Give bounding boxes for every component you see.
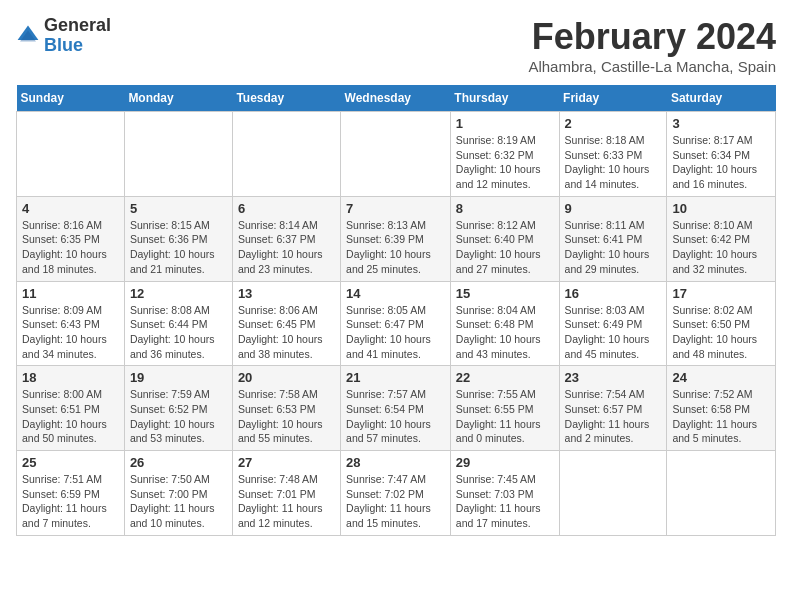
day-number: 22 xyxy=(456,370,554,385)
day-number: 7 xyxy=(346,201,445,216)
calendar-day-cell xyxy=(17,112,125,197)
logo-icon xyxy=(16,24,40,48)
calendar-day-cell xyxy=(667,451,776,536)
day-info: Sunrise: 8:09 AM Sunset: 6:43 PM Dayligh… xyxy=(22,303,119,362)
day-info: Sunrise: 7:54 AM Sunset: 6:57 PM Dayligh… xyxy=(565,387,662,446)
logo-text: General Blue xyxy=(44,16,111,56)
calendar-week-row: 18Sunrise: 8:00 AM Sunset: 6:51 PM Dayli… xyxy=(17,366,776,451)
day-info: Sunrise: 7:52 AM Sunset: 6:58 PM Dayligh… xyxy=(672,387,770,446)
calendar-day-cell: 6Sunrise: 8:14 AM Sunset: 6:37 PM Daylig… xyxy=(232,196,340,281)
calendar-day-cell: 17Sunrise: 8:02 AM Sunset: 6:50 PM Dayli… xyxy=(667,281,776,366)
calendar-week-row: 1Sunrise: 8:19 AM Sunset: 6:32 PM Daylig… xyxy=(17,112,776,197)
day-number: 20 xyxy=(238,370,335,385)
day-info: Sunrise: 8:04 AM Sunset: 6:48 PM Dayligh… xyxy=(456,303,554,362)
day-number: 13 xyxy=(238,286,335,301)
calendar-day-cell: 27Sunrise: 7:48 AM Sunset: 7:01 PM Dayli… xyxy=(232,451,340,536)
day-number: 19 xyxy=(130,370,227,385)
calendar-day-cell: 3Sunrise: 8:17 AM Sunset: 6:34 PM Daylig… xyxy=(667,112,776,197)
location-subtitle: Alhambra, Castille-La Mancha, Spain xyxy=(528,58,776,75)
calendar-day-cell: 12Sunrise: 8:08 AM Sunset: 6:44 PM Dayli… xyxy=(124,281,232,366)
day-number: 14 xyxy=(346,286,445,301)
day-number: 18 xyxy=(22,370,119,385)
day-info: Sunrise: 8:10 AM Sunset: 6:42 PM Dayligh… xyxy=(672,218,770,277)
day-info: Sunrise: 7:55 AM Sunset: 6:55 PM Dayligh… xyxy=(456,387,554,446)
logo: General Blue xyxy=(16,16,111,56)
day-number: 10 xyxy=(672,201,770,216)
weekday-header: Thursday xyxy=(450,85,559,112)
calendar-day-cell: 25Sunrise: 7:51 AM Sunset: 6:59 PM Dayli… xyxy=(17,451,125,536)
calendar-day-cell: 19Sunrise: 7:59 AM Sunset: 6:52 PM Dayli… xyxy=(124,366,232,451)
day-info: Sunrise: 8:18 AM Sunset: 6:33 PM Dayligh… xyxy=(565,133,662,192)
day-info: Sunrise: 8:17 AM Sunset: 6:34 PM Dayligh… xyxy=(672,133,770,192)
weekday-header: Tuesday xyxy=(232,85,340,112)
calendar-day-cell xyxy=(559,451,667,536)
day-number: 23 xyxy=(565,370,662,385)
title-block: February 2024 Alhambra, Castille-La Manc… xyxy=(528,16,776,75)
day-number: 27 xyxy=(238,455,335,470)
day-number: 2 xyxy=(565,116,662,131)
day-info: Sunrise: 8:02 AM Sunset: 6:50 PM Dayligh… xyxy=(672,303,770,362)
calendar-day-cell: 28Sunrise: 7:47 AM Sunset: 7:02 PM Dayli… xyxy=(341,451,451,536)
weekday-header: Monday xyxy=(124,85,232,112)
weekday-header: Sunday xyxy=(17,85,125,112)
calendar-day-cell: 15Sunrise: 8:04 AM Sunset: 6:48 PM Dayli… xyxy=(450,281,559,366)
day-number: 5 xyxy=(130,201,227,216)
day-number: 26 xyxy=(130,455,227,470)
day-info: Sunrise: 7:57 AM Sunset: 6:54 PM Dayligh… xyxy=(346,387,445,446)
day-info: Sunrise: 7:50 AM Sunset: 7:00 PM Dayligh… xyxy=(130,472,227,531)
page-header: General Blue February 2024 Alhambra, Cas… xyxy=(16,16,776,75)
month-title: February 2024 xyxy=(528,16,776,58)
day-info: Sunrise: 8:15 AM Sunset: 6:36 PM Dayligh… xyxy=(130,218,227,277)
weekday-header: Friday xyxy=(559,85,667,112)
day-info: Sunrise: 7:59 AM Sunset: 6:52 PM Dayligh… xyxy=(130,387,227,446)
weekday-header: Wednesday xyxy=(341,85,451,112)
day-number: 21 xyxy=(346,370,445,385)
calendar-day-cell: 13Sunrise: 8:06 AM Sunset: 6:45 PM Dayli… xyxy=(232,281,340,366)
day-info: Sunrise: 8:08 AM Sunset: 6:44 PM Dayligh… xyxy=(130,303,227,362)
day-info: Sunrise: 8:06 AM Sunset: 6:45 PM Dayligh… xyxy=(238,303,335,362)
calendar-day-cell xyxy=(232,112,340,197)
calendar-day-cell: 26Sunrise: 7:50 AM Sunset: 7:00 PM Dayli… xyxy=(124,451,232,536)
day-info: Sunrise: 8:00 AM Sunset: 6:51 PM Dayligh… xyxy=(22,387,119,446)
calendar-day-cell: 16Sunrise: 8:03 AM Sunset: 6:49 PM Dayli… xyxy=(559,281,667,366)
calendar-week-row: 4Sunrise: 8:16 AM Sunset: 6:35 PM Daylig… xyxy=(17,196,776,281)
day-info: Sunrise: 7:51 AM Sunset: 6:59 PM Dayligh… xyxy=(22,472,119,531)
day-number: 4 xyxy=(22,201,119,216)
calendar-day-cell: 7Sunrise: 8:13 AM Sunset: 6:39 PM Daylig… xyxy=(341,196,451,281)
weekday-header-row: SundayMondayTuesdayWednesdayThursdayFrid… xyxy=(17,85,776,112)
calendar-day-cell: 5Sunrise: 8:15 AM Sunset: 6:36 PM Daylig… xyxy=(124,196,232,281)
calendar-week-row: 11Sunrise: 8:09 AM Sunset: 6:43 PM Dayli… xyxy=(17,281,776,366)
day-number: 6 xyxy=(238,201,335,216)
day-info: Sunrise: 7:45 AM Sunset: 7:03 PM Dayligh… xyxy=(456,472,554,531)
calendar-day-cell: 9Sunrise: 8:11 AM Sunset: 6:41 PM Daylig… xyxy=(559,196,667,281)
day-number: 16 xyxy=(565,286,662,301)
calendar-day-cell: 22Sunrise: 7:55 AM Sunset: 6:55 PM Dayli… xyxy=(450,366,559,451)
calendar-day-cell xyxy=(341,112,451,197)
day-info: Sunrise: 8:05 AM Sunset: 6:47 PM Dayligh… xyxy=(346,303,445,362)
day-number: 3 xyxy=(672,116,770,131)
calendar-day-cell: 18Sunrise: 8:00 AM Sunset: 6:51 PM Dayli… xyxy=(17,366,125,451)
calendar-day-cell: 20Sunrise: 7:58 AM Sunset: 6:53 PM Dayli… xyxy=(232,366,340,451)
day-info: Sunrise: 8:14 AM Sunset: 6:37 PM Dayligh… xyxy=(238,218,335,277)
calendar-day-cell: 11Sunrise: 8:09 AM Sunset: 6:43 PM Dayli… xyxy=(17,281,125,366)
calendar-week-row: 25Sunrise: 7:51 AM Sunset: 6:59 PM Dayli… xyxy=(17,451,776,536)
calendar-day-cell: 21Sunrise: 7:57 AM Sunset: 6:54 PM Dayli… xyxy=(341,366,451,451)
day-number: 28 xyxy=(346,455,445,470)
day-number: 17 xyxy=(672,286,770,301)
day-info: Sunrise: 8:12 AM Sunset: 6:40 PM Dayligh… xyxy=(456,218,554,277)
day-number: 15 xyxy=(456,286,554,301)
day-info: Sunrise: 7:47 AM Sunset: 7:02 PM Dayligh… xyxy=(346,472,445,531)
day-number: 29 xyxy=(456,455,554,470)
calendar-day-cell: 1Sunrise: 8:19 AM Sunset: 6:32 PM Daylig… xyxy=(450,112,559,197)
day-info: Sunrise: 8:13 AM Sunset: 6:39 PM Dayligh… xyxy=(346,218,445,277)
calendar-day-cell: 23Sunrise: 7:54 AM Sunset: 6:57 PM Dayli… xyxy=(559,366,667,451)
calendar-day-cell: 4Sunrise: 8:16 AM Sunset: 6:35 PM Daylig… xyxy=(17,196,125,281)
calendar-day-cell: 29Sunrise: 7:45 AM Sunset: 7:03 PM Dayli… xyxy=(450,451,559,536)
day-info: Sunrise: 8:19 AM Sunset: 6:32 PM Dayligh… xyxy=(456,133,554,192)
day-info: Sunrise: 8:03 AM Sunset: 6:49 PM Dayligh… xyxy=(565,303,662,362)
calendar-day-cell: 24Sunrise: 7:52 AM Sunset: 6:58 PM Dayli… xyxy=(667,366,776,451)
day-number: 8 xyxy=(456,201,554,216)
day-info: Sunrise: 8:16 AM Sunset: 6:35 PM Dayligh… xyxy=(22,218,119,277)
day-number: 24 xyxy=(672,370,770,385)
day-number: 11 xyxy=(22,286,119,301)
